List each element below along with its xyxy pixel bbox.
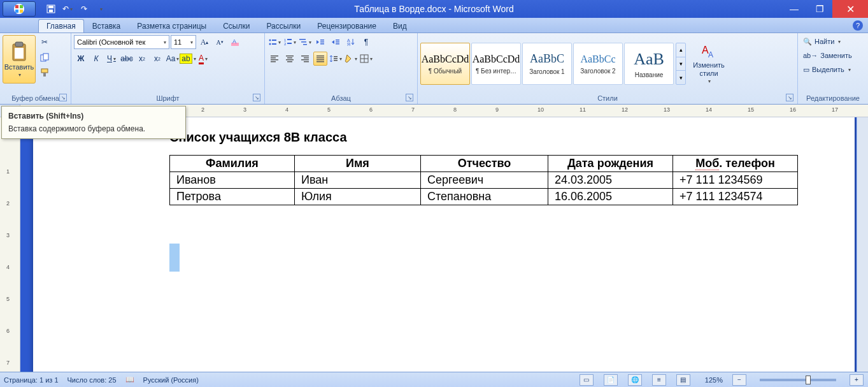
vertical-ruler[interactable]: 1234567 <box>0 117 20 372</box>
shading-icon[interactable]: ▾ <box>344 52 358 66</box>
numbering-icon[interactable]: 12▾ <box>283 35 297 49</box>
copy-icon[interactable] <box>38 50 52 64</box>
qat-redo-icon[interactable]: ↷ <box>76 2 92 16</box>
zoom-in-button[interactable]: + <box>850 374 864 386</box>
tab-Вставка[interactable]: Вставка <box>84 19 129 33</box>
group-font: Calibri (Основной тек▾ 11▾ A▴ A▾ A Ж К Ч… <box>71 33 265 104</box>
help-icon[interactable]: ? <box>853 20 863 31</box>
font-color-icon[interactable]: A▾ <box>196 52 210 66</box>
view-web-icon[interactable]: 🌐 <box>628 374 642 386</box>
justify-icon[interactable] <box>313 52 327 66</box>
paragraph-launcher[interactable]: ↘ <box>406 94 413 101</box>
styles-more-icon[interactable]: ▾ <box>676 71 685 84</box>
proofing-icon[interactable]: 📖 <box>125 376 134 384</box>
shrink-font-icon[interactable]: A▾ <box>213 35 227 49</box>
zoom-slider[interactable] <box>760 379 836 381</box>
align-right-icon[interactable] <box>298 52 312 66</box>
status-words[interactable]: Число слов: 25 <box>68 376 117 384</box>
status-page[interactable]: Страница: 1 из 1 <box>4 376 59 384</box>
view-print-layout-icon[interactable]: ▭ <box>580 374 594 386</box>
style-Заголовок 2[interactable]: AaBbCcЗаголовок 2 <box>573 43 623 85</box>
zoom-level[interactable]: 125% <box>705 376 723 384</box>
tab-Рассылки[interactable]: Рассылки <box>258 19 309 33</box>
replace-button[interactable]: ab→Заменить <box>800 49 855 62</box>
style-¶ Без интер…[interactable]: AaBbCcDd¶ Без интер… <box>471 43 521 85</box>
bullets-icon[interactable]: ▾ <box>267 35 281 49</box>
format-painter-icon[interactable] <box>38 66 52 80</box>
styles-up-icon[interactable]: ▴ <box>676 43 685 57</box>
page: Список учащихся 8В класса ФамилияИмяОтче… <box>33 117 855 372</box>
svg-rect-47 <box>317 61 324 62</box>
clear-formatting-icon[interactable]: A <box>228 35 242 49</box>
superscript-icon[interactable]: x2 <box>150 52 164 66</box>
underline-icon[interactable]: Ч▾ <box>104 52 118 66</box>
multilevel-icon[interactable]: ▾ <box>298 35 312 49</box>
styles-gallery[interactable]: AaBbCcDd¶ ОбычныйAaBbCcDd¶ Без интер…AaB… <box>420 43 674 85</box>
svg-text:A: A <box>708 50 713 59</box>
minimize-button[interactable]: — <box>781 0 807 18</box>
tab-Рецензирование[interactable]: Рецензирование <box>309 19 385 33</box>
line-spacing-icon[interactable]: ▾ <box>329 52 343 66</box>
strike-icon[interactable]: abc <box>120 52 134 66</box>
tab-Главная[interactable]: Главная <box>38 19 84 33</box>
clipboard-launcher[interactable]: ↘ <box>59 94 67 101</box>
qat-undo-icon[interactable]: ↶▾ <box>60 2 75 16</box>
qat-customize-icon[interactable]: ▾ <box>93 2 108 16</box>
select-button[interactable]: ▭Выделить▾ <box>800 63 855 76</box>
font-size-combo[interactable]: 11▾ <box>171 35 196 49</box>
svg-rect-22 <box>301 41 306 43</box>
find-button[interactable]: 🔍Найти▾ <box>800 35 855 48</box>
tab-Ссылки[interactable]: Ссылки <box>215 19 258 33</box>
svg-rect-35 <box>271 61 276 62</box>
table-row: ИвановИванСергеевич24.03.2005+7 111 1234… <box>170 172 798 189</box>
font-launcher[interactable]: ↘ <box>253 94 260 101</box>
align-left-icon[interactable] <box>267 52 281 66</box>
svg-text:Я: Я <box>347 42 350 47</box>
font-name-combo[interactable]: Calibri (Основной тек▾ <box>74 35 169 49</box>
sort-icon[interactable]: AЯ <box>344 35 358 49</box>
svg-rect-49 <box>334 58 338 59</box>
svg-rect-27 <box>336 40 339 41</box>
highlight-icon[interactable]: ab▾ <box>181 52 195 66</box>
borders-icon[interactable]: ▾ <box>359 52 373 66</box>
close-button[interactable]: ✕ <box>832 0 868 18</box>
tab-Вид[interactable]: Вид <box>385 19 415 33</box>
tab-Разметка страницы[interactable]: Разметка страницы <box>129 19 215 33</box>
italic-icon[interactable]: К <box>89 52 103 66</box>
svg-rect-10 <box>43 73 46 77</box>
group-clipboard: Вставить ▾ ✂ Буфер обмена↘ <box>0 33 71 104</box>
paste-label: Вставить <box>4 63 34 71</box>
bold-icon[interactable]: Ж <box>74 52 88 66</box>
align-center-icon[interactable] <box>283 52 297 66</box>
styles-launcher[interactable]: ↘ <box>786 94 793 101</box>
office-button[interactable] <box>3 1 36 17</box>
vertical-scrollbar[interactable] <box>857 117 868 372</box>
view-reading-icon[interactable]: 📄 <box>604 374 618 386</box>
zoom-out-button[interactable]: − <box>732 374 746 386</box>
view-outline-icon[interactable]: ≡ <box>652 374 666 386</box>
grow-font-icon[interactable]: A▴ <box>197 35 211 49</box>
svg-rect-44 <box>317 55 324 57</box>
group-font-label: Шрифт <box>156 94 179 102</box>
maximize-button[interactable]: ❐ <box>807 0 832 18</box>
subscript-icon[interactable]: x2 <box>135 52 149 66</box>
group-editing: 🔍Найти▾ ab→Заменить ▭Выделить▾ Редактиро… <box>798 33 868 104</box>
decrease-indent-icon[interactable] <box>313 35 327 49</box>
show-marks-icon[interactable]: ¶ <box>359 35 373 49</box>
increase-indent-icon[interactable] <box>329 35 343 49</box>
style-¶ Обычный[interactable]: AaBbCcDd¶ Обычный <box>420 43 470 85</box>
style-Заголовок 1[interactable]: AaBbCЗаголовок 1 <box>522 43 572 85</box>
document-area[interactable]: Список учащихся 8В класса ФамилияИмяОтче… <box>20 117 857 372</box>
qat-save-icon[interactable] <box>43 2 59 16</box>
styles-down-icon[interactable]: ▾ <box>676 57 685 71</box>
styles-scroll[interactable]: ▴ ▾ ▾ <box>676 43 686 85</box>
cut-icon[interactable]: ✂ <box>38 35 52 49</box>
style-Название[interactable]: AaBНазвание <box>624 43 674 85</box>
group-paragraph: ▾ 12▾ ▾ AЯ ¶ ▾ ▾ ▾ Аб <box>265 33 418 104</box>
table-header: Отчество <box>421 156 548 172</box>
change-styles-button[interactable]: AA Изменить стили ▾ <box>688 40 730 88</box>
status-language[interactable]: Русский (Россия) <box>143 376 199 384</box>
change-case-icon[interactable]: Aa▾ <box>166 52 180 66</box>
paste-button[interactable]: Вставить ▾ <box>3 35 36 84</box>
view-draft-icon[interactable]: ▤ <box>676 374 690 386</box>
